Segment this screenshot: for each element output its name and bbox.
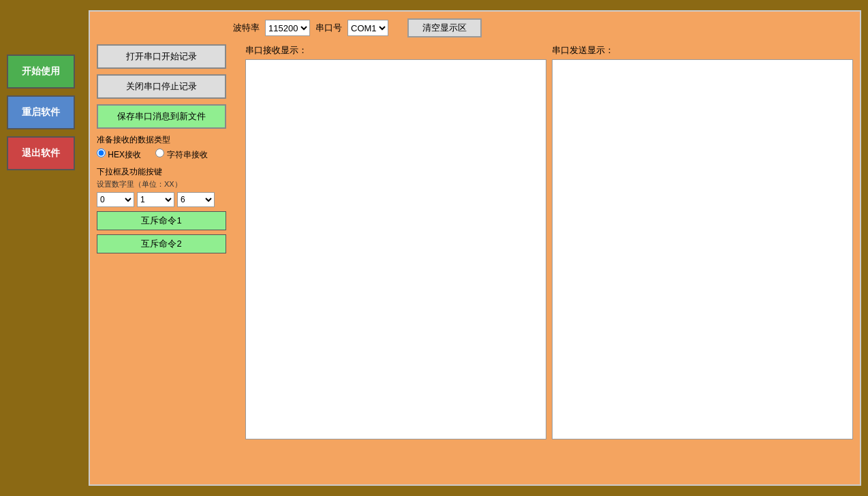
top-bar: 波特率 115200 9600 19200 38400 57600 串口号 CO… bbox=[97, 18, 853, 37]
start-button[interactable]: 开始使用 bbox=[7, 55, 75, 89]
receive-type-label: 准备接收的数据类型 bbox=[97, 134, 240, 146]
port-select[interactable]: COM1 COM2 COM3 COM4 bbox=[347, 20, 388, 36]
send-textarea[interactable] bbox=[552, 59, 853, 439]
close-port-button[interactable]: 关闭串口停止记录 bbox=[97, 74, 226, 99]
dropdown-row: 012345 12345 6789 bbox=[97, 192, 240, 207]
send-section: 串口发送显示： bbox=[552, 44, 853, 439]
dropdown-title: 下拉框及功能按键 bbox=[97, 166, 240, 178]
receive-section: 串口接收显示： bbox=[245, 44, 546, 439]
baud-select[interactable]: 115200 9600 19200 38400 57600 bbox=[265, 20, 310, 36]
str-radio[interactable] bbox=[155, 149, 164, 157]
left-panel: 打开串口开始记录 关闭串口停止记录 保存串口消息到新文件 准备接收的数据类型 H… bbox=[97, 44, 240, 439]
baud-label: 波特率 bbox=[233, 22, 260, 34]
receive-type-group: 准备接收的数据类型 HEX接收 字符串接收 bbox=[97, 134, 240, 161]
cmd2-button[interactable]: 互斥命令2 bbox=[97, 234, 226, 253]
dropdown3[interactable]: 6789 bbox=[177, 192, 215, 207]
left-sidebar: 开始使用 重启软件 退出软件 bbox=[7, 55, 82, 170]
hex-radio-label[interactable]: HEX接收 bbox=[97, 150, 143, 159]
port-label: 串口号 bbox=[315, 22, 342, 34]
receive-label: 串口接收显示： bbox=[245, 44, 546, 57]
str-radio-text: 字符串接收 bbox=[167, 150, 208, 159]
dropdown-section: 下拉框及功能按键 设置数字里（单位：XX） 012345 12345 6789 … bbox=[97, 166, 240, 253]
receive-textarea[interactable] bbox=[245, 59, 546, 439]
cmd1-button[interactable]: 互斥命令1 bbox=[97, 211, 226, 230]
str-radio-label[interactable]: 字符串接收 bbox=[155, 150, 207, 159]
hex-radio-text: HEX接收 bbox=[108, 150, 141, 159]
content-row: 打开串口开始记录 关闭串口停止记录 保存串口消息到新文件 准备接收的数据类型 H… bbox=[97, 44, 853, 439]
hex-radio[interactable] bbox=[97, 149, 106, 157]
dropdown-subtitle: 设置数字里（单位：XX） bbox=[97, 179, 240, 189]
clear-display-button[interactable]: 清空显示区 bbox=[407, 18, 482, 37]
exit-button[interactable]: 退出软件 bbox=[7, 136, 75, 170]
restart-button[interactable]: 重启软件 bbox=[7, 95, 75, 129]
send-label: 串口发送显示： bbox=[552, 44, 853, 57]
open-port-button[interactable]: 打开串口开始记录 bbox=[97, 44, 226, 69]
main-container: 波特率 115200 9600 19200 38400 57600 串口号 CO… bbox=[89, 10, 861, 486]
save-port-button[interactable]: 保存串口消息到新文件 bbox=[97, 104, 226, 129]
dropdown1[interactable]: 012345 bbox=[97, 192, 134, 207]
dropdown2[interactable]: 12345 bbox=[137, 192, 174, 207]
